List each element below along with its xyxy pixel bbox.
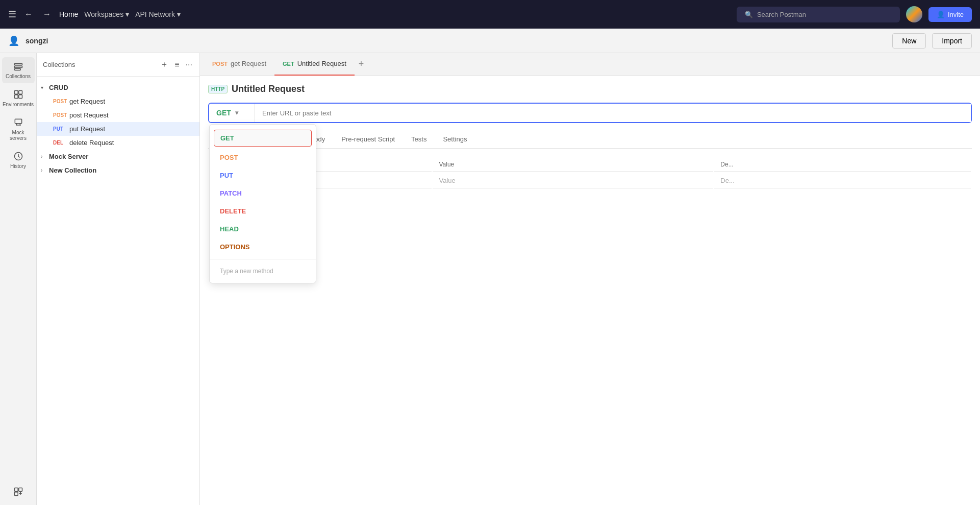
method-del-badge: DEL: [53, 140, 67, 146]
svg-rect-2: [14, 68, 20, 70]
collection-crud[interactable]: ▾ CRUD: [37, 81, 199, 94]
hamburger-icon[interactable]: ☰: [8, 9, 16, 20]
request-delete-request[interactable]: DEL delete Request: [37, 136, 199, 150]
panel-title: Collections: [43, 61, 76, 68]
secondary-bar: 👤 songzi New Import: [0, 29, 980, 53]
request-post-request[interactable]: POST post Request: [37, 108, 199, 122]
search-icon: 🔍: [745, 11, 753, 18]
params-table: Key Value De... Value De...: [208, 157, 972, 190]
collection-mock-server[interactable]: › Mock Server: [37, 150, 199, 163]
tab-post-get-request[interactable]: POST get Request: [204, 53, 274, 76]
method-selector[interactable]: GET ▾: [209, 104, 255, 122]
sidebar-item-collections[interactable]: Collections: [2, 57, 35, 83]
svg-rect-5: [14, 95, 18, 99]
tab-method-post-badge: POST: [212, 61, 228, 67]
request-title-row: HTTP Untitled Request: [208, 84, 972, 94]
history-icon: [13, 151, 23, 161]
collections-panel: Collections ＋ ≡ ··· ▾ CRUD POST get Requ…: [37, 53, 200, 505]
collection-new-collection-label: New Collection: [49, 166, 96, 174]
svg-rect-1: [14, 66, 22, 67]
dropdown-item-put[interactable]: PUT: [210, 166, 316, 184]
main-content: POST get Request GET Untitled Request + …: [200, 53, 980, 505]
request-get-request[interactable]: POST get Request: [37, 94, 199, 108]
dropdown-item-patch[interactable]: PATCH: [210, 184, 316, 202]
col-value: Value: [433, 158, 713, 172]
collections-label: Collections: [6, 74, 31, 79]
chevron-right-icon: ›: [41, 154, 47, 159]
req-tab-settings[interactable]: Settings: [435, 131, 475, 148]
dropdown-item-options[interactable]: OPTIONS: [210, 238, 316, 256]
svg-rect-7: [15, 119, 21, 123]
selected-method-label: GET: [216, 109, 231, 117]
svg-rect-6: [18, 95, 22, 99]
request-label: put Request: [69, 125, 105, 133]
tab-label: Untitled Request: [297, 60, 346, 67]
svg-rect-14: [14, 492, 18, 496]
dropdown-item-head[interactable]: HEAD: [210, 220, 316, 238]
new-tab-button[interactable]: +: [355, 59, 368, 69]
sidebar-item-environments[interactable]: Environments: [2, 85, 35, 111]
dropdown-divider: [210, 259, 316, 259]
user-icon: 👤: [8, 35, 19, 46]
collection-mock-server-label: Mock Server: [49, 153, 88, 160]
chevron-down-icon: ▾: [235, 109, 238, 116]
request-title: Untitled Request: [232, 84, 305, 94]
mock-servers-icon: [13, 117, 23, 128]
req-tab-tests[interactable]: Tests: [403, 131, 435, 148]
collections-tree: ▾ CRUD POST get Request POST post Reques…: [37, 77, 199, 505]
req-tab-pre-request[interactable]: Pre-request Script: [333, 131, 403, 148]
collection-crud-label: CRUD: [49, 84, 68, 91]
collection-new-collection[interactable]: › New Collection: [37, 163, 199, 177]
environments-label: Environments: [3, 102, 34, 107]
sidebar-item-mock-servers[interactable]: Mock servers: [2, 113, 35, 145]
api-network-nav-link[interactable]: API Network ▾: [135, 10, 181, 18]
search-bar[interactable]: 🔍 Search Postman: [737, 7, 900, 22]
svg-rect-12: [14, 488, 18, 492]
main-layout: Collections Environments Mock servers: [0, 53, 980, 505]
top-navigation: ☰ ← → Home Workspaces ▾ API Network ▾ 🔍 …: [0, 0, 980, 29]
http-badge: HTTP: [208, 85, 228, 93]
invite-button[interactable]: 👤 Invite: [928, 7, 972, 22]
forward-button[interactable]: →: [41, 8, 53, 21]
cell-desc[interactable]: De...: [714, 173, 971, 189]
username-label: songzi: [26, 37, 48, 45]
person-icon: 👤: [937, 11, 945, 18]
svg-rect-0: [14, 63, 22, 65]
history-label: History: [10, 163, 26, 169]
dropdown-item-post[interactable]: POST: [210, 149, 316, 166]
request-put-request[interactable]: PUT put Request: [37, 122, 199, 136]
url-input[interactable]: [255, 104, 971, 122]
tab-get-untitled-request[interactable]: GET Untitled Request: [274, 53, 355, 76]
new-button[interactable]: New: [892, 33, 926, 49]
dropdown-item-delete[interactable]: DELETE: [210, 202, 316, 220]
tab-method-get-badge: GET: [283, 61, 294, 67]
more-options-button[interactable]: ···: [185, 59, 193, 70]
cell-value[interactable]: Value: [433, 173, 713, 189]
panel-header: Collections ＋ ≡ ···: [37, 53, 199, 77]
sidebar-item-add-collection[interactable]: [2, 483, 35, 501]
col-desc: De...: [714, 158, 971, 172]
filter-button[interactable]: ≡: [173, 59, 180, 70]
home-nav-link[interactable]: Home: [59, 10, 78, 18]
import-button[interactable]: Import: [932, 33, 972, 49]
tab-label: get Request: [231, 60, 266, 67]
workspaces-nav-link[interactable]: Workspaces ▾: [84, 10, 129, 18]
add-collection-button[interactable]: ＋: [159, 58, 169, 71]
dropdown-item-get[interactable]: GET: [214, 130, 312, 147]
request-label: delete Request: [69, 139, 114, 147]
method-post-badge: POST: [53, 112, 67, 118]
chevron-down-icon: ▾: [41, 85, 47, 90]
mock-servers-label: Mock servers: [4, 130, 33, 141]
request-tabs: Params Headers 6 Body Pre-request Script…: [208, 131, 972, 149]
url-bar: GET ▾ GET POST PUT PATCH DELETE HEAD OPT…: [208, 103, 972, 123]
tabs-bar: POST get Request GET Untitled Request +: [200, 53, 980, 76]
method-post-badge: POST: [53, 99, 67, 104]
back-button[interactable]: ←: [22, 8, 35, 21]
svg-rect-4: [18, 91, 22, 94]
dropdown-new-method-input[interactable]: Type a new method: [210, 262, 316, 280]
request-label: get Request: [69, 98, 105, 105]
sidebar-icons: Collections Environments Mock servers: [0, 53, 37, 505]
user-avatar: [906, 6, 922, 22]
request-area: HTTP Untitled Request GET ▾ GET POST PUT…: [200, 76, 980, 505]
sidebar-item-history[interactable]: History: [2, 147, 35, 173]
